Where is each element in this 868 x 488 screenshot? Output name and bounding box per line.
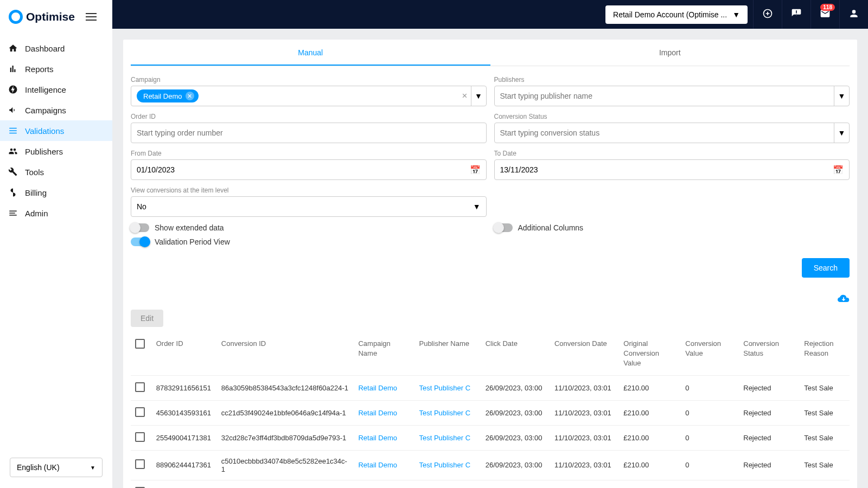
sidebar-item-publishers[interactable]: Publishers xyxy=(0,141,112,162)
select-all-checkbox[interactable] xyxy=(135,339,145,349)
cell-conversion-value: 0 xyxy=(681,480,739,488)
search-button[interactable]: Search xyxy=(802,258,850,278)
cell-conversion-id: cc21d53f49024e1bbfe0646a9c14f94a-1 xyxy=(217,400,354,425)
row-checkbox[interactable] xyxy=(135,407,145,417)
chevron-down-icon[interactable]: ▼ xyxy=(834,123,849,143)
conversion-status-input[interactable]: ▼ xyxy=(494,123,850,143)
th-conversion-value[interactable]: Conversion Value xyxy=(681,333,739,375)
chevron-down-icon[interactable]: ▼ xyxy=(834,86,849,106)
cloud-download-icon[interactable] xyxy=(838,293,850,305)
sidebar-item-reports[interactable]: Reports xyxy=(0,59,112,79)
toggle-validation-period[interactable] xyxy=(131,237,149,246)
order-id-input[interactable] xyxy=(131,123,487,143)
chip-remove-icon[interactable]: ✕ xyxy=(186,92,194,100)
cell-click-date: 26/09/2023, 03:00 xyxy=(481,425,550,450)
campaign-link[interactable]: Retail Demo xyxy=(358,409,397,417)
language-value: English (UK) xyxy=(17,463,60,472)
sidebar-item-label: Dashboard xyxy=(25,44,65,53)
cell-conversion-id: 7b6b84af87054e9fa1e98dcdb0166c5f-1 xyxy=(217,480,354,488)
toggle-extended-data[interactable] xyxy=(131,223,149,232)
campaign-input[interactable]: Retail Demo ✕ × ▼ xyxy=(131,86,487,106)
announcement-button[interactable] xyxy=(782,0,810,29)
cell-order-id: 88906244417361 xyxy=(152,450,217,480)
language-select[interactable]: English (UK) ▼ xyxy=(10,458,103,477)
cell-original-value: £210.00 xyxy=(619,375,681,400)
from-date-field[interactable] xyxy=(137,165,470,174)
calendar-icon[interactable]: 📅 xyxy=(833,165,844,175)
th-order-id[interactable]: Order ID xyxy=(152,333,217,375)
publisher-link[interactable]: Test Publisher C xyxy=(419,409,470,417)
table-row: 2554900417138132cd28c7e3ff4df3bdb8709da5… xyxy=(131,425,850,450)
th-original-conversion-value[interactable]: Original Conversion Value xyxy=(619,333,681,375)
campaign-link[interactable]: Retail Demo xyxy=(358,434,397,442)
th-rejection-reason[interactable]: Rejection Reason xyxy=(800,333,850,375)
tab-manual[interactable]: Manual xyxy=(131,40,490,66)
cell-conversion-date: 11/10/2023, 03:01 xyxy=(550,450,619,480)
conversion-status-field[interactable] xyxy=(500,129,834,137)
campaign-link[interactable]: Retail Demo xyxy=(358,384,397,392)
profile-button[interactable] xyxy=(839,0,868,29)
th-click-date[interactable]: Click Date xyxy=(481,333,550,375)
cell-conversion-value: 0 xyxy=(681,450,739,480)
menu-toggle-icon[interactable] xyxy=(86,13,97,21)
toggle-extended-label: Show extended data xyxy=(155,223,224,232)
cell-original-value: £210.00 xyxy=(619,400,681,425)
row-checkbox[interactable] xyxy=(135,382,145,392)
row-checkbox[interactable] xyxy=(135,432,145,442)
table-row: 231174154238607b6b84af87054e9fa1e98dcdb0… xyxy=(131,480,850,488)
tab-import[interactable]: Import xyxy=(490,40,850,66)
clear-icon[interactable]: × xyxy=(459,91,471,101)
th-publisher-name[interactable]: Publisher Name xyxy=(414,333,481,375)
sidebar-item-label: Publishers xyxy=(25,147,63,156)
mail-button[interactable]: 118 xyxy=(810,0,839,29)
lines-icon xyxy=(8,208,18,219)
th-conversion-date[interactable]: Conversion Date xyxy=(550,333,619,375)
cell-rejection-reason: Test Sale xyxy=(800,375,850,400)
bolt-icon xyxy=(8,84,18,95)
order-id-field[interactable] xyxy=(137,129,481,137)
cell-order-id: 25549004171381 xyxy=(152,425,217,450)
publisher-link[interactable]: Test Publisher C xyxy=(419,434,470,442)
sidebar-item-intelligence[interactable]: Intelligence xyxy=(0,79,112,100)
toggle-validation-label: Validation Period View xyxy=(155,237,230,246)
from-date-input[interactable]: 📅 xyxy=(131,159,487,180)
bar-chart-icon xyxy=(8,63,18,74)
sidebar-item-dashboard[interactable]: Dashboard xyxy=(0,38,112,59)
to-date-field[interactable] xyxy=(500,165,833,174)
item-level-select[interactable]: No ▼ xyxy=(131,196,487,217)
publishers-input[interactable]: ▼ xyxy=(494,86,850,106)
sidebar-item-tools[interactable]: Tools xyxy=(0,162,112,182)
sidebar-item-billing[interactable]: Billing xyxy=(0,182,112,203)
add-button[interactable] xyxy=(753,0,782,29)
sidebar-item-validations[interactable]: Validations xyxy=(0,120,112,141)
tabs: Manual Import xyxy=(131,40,850,66)
cell-original-value: £210.00 xyxy=(619,450,681,480)
calendar-icon[interactable]: 📅 xyxy=(470,165,481,175)
cell-rejection-reason: Test Sale xyxy=(800,480,850,488)
publishers-label: Publishers xyxy=(494,76,850,84)
sidebar-item-admin[interactable]: Admin xyxy=(0,203,112,223)
publishers-field[interactable] xyxy=(500,92,834,100)
to-date-input[interactable]: 📅 xyxy=(494,159,850,180)
publisher-link[interactable]: Test Publisher C xyxy=(419,384,470,392)
cell-conversion-value: 0 xyxy=(681,375,739,400)
brand-logo[interactable]: Optimise xyxy=(9,10,75,24)
account-select[interactable]: Retail Demo Account (Optimise ... ▼ xyxy=(605,5,748,24)
cell-click-date: 26/09/2023, 03:00 xyxy=(481,450,550,480)
th-campaign-name[interactable]: Campaign Name xyxy=(354,333,414,375)
publisher-link[interactable]: Test Publisher C xyxy=(419,461,470,469)
campaign-link[interactable]: Retail Demo xyxy=(358,461,397,469)
th-conversion-id[interactable]: Conversion ID xyxy=(217,333,354,375)
cell-conversion-value: 0 xyxy=(681,400,739,425)
home-icon xyxy=(8,43,18,54)
cell-conversion-date: 11/10/2023, 03:01 xyxy=(550,425,619,450)
chevron-down-icon[interactable]: ▼ xyxy=(471,86,486,106)
th-conversion-status[interactable]: Conversion Status xyxy=(739,333,800,375)
row-checkbox[interactable] xyxy=(135,459,145,469)
sidebar-item-campaigns[interactable]: Campaigns xyxy=(0,100,112,120)
cell-rejection-reason: Test Sale xyxy=(800,450,850,480)
wrench-icon xyxy=(8,166,18,177)
chevron-down-icon: ▼ xyxy=(732,10,740,19)
list-icon xyxy=(8,125,18,136)
toggle-additional-columns[interactable] xyxy=(494,223,513,232)
